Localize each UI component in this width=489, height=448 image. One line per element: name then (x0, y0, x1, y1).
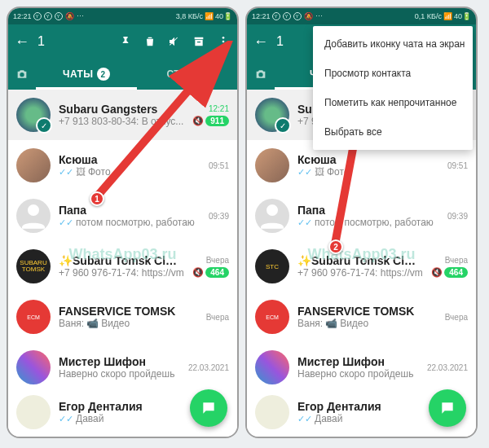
tab-camera[interactable] (247, 59, 275, 90)
chat-time: Вчера (206, 313, 229, 322)
avatar[interactable]: STC (255, 249, 289, 283)
annotation-arrow (90, 41, 236, 204)
status-bar: 12:21 YYY🔕⋯ 0,1 КБ/с 📶 40🔋 (247, 8, 476, 24)
signal-icon: 📶 (443, 12, 452, 20)
chat-time: 22.03.2021 (188, 363, 229, 372)
tick-icon: ✓✓ (59, 217, 73, 228)
avatar[interactable] (255, 98, 289, 132)
chat-name: ✨Subaru Tomsk Club✨ (59, 254, 184, 267)
svg-point-6 (267, 204, 278, 216)
net-speed: 3,8 КБ/с (176, 12, 203, 20)
avatar[interactable] (255, 148, 289, 182)
chat-name: Папа (59, 204, 200, 217)
avatar[interactable] (16, 350, 51, 384)
chat-row[interactable]: ECM FANSERVICE TOMSK Ваня: 📹Видео Вчера (8, 292, 237, 342)
net-speed: 0,1 КБ/с (415, 12, 442, 20)
new-chat-fab[interactable] (429, 389, 466, 427)
menu-add-shortcut[interactable]: Добавить иконку чата на экран (313, 29, 473, 59)
photo-icon: 🖼 (76, 166, 86, 178)
chat-time: 09:39 (209, 212, 229, 221)
avatar[interactable]: SUBARUTOMSK (16, 249, 51, 283)
marker-2: 2 (328, 239, 343, 254)
back-icon[interactable]: ← (252, 33, 270, 51)
marker-1: 1 (90, 191, 104, 206)
chat-msg: Ваня: 📹Видео (59, 318, 198, 329)
signal-icon: 📶 (205, 12, 214, 20)
avatar[interactable] (16, 98, 51, 132)
tick-icon: ✓✓ (59, 414, 73, 424)
avatar[interactable] (16, 148, 51, 182)
battery-icon: 40🔋 (215, 12, 232, 20)
avatar[interactable] (16, 395, 51, 429)
avatar[interactable] (16, 199, 51, 233)
chat-name: FANSERVICE TOMSK (59, 305, 198, 318)
status-time: 12:21 (252, 12, 271, 20)
chat-row[interactable]: Мистер Шифон Наверно скоро пройдешь 22.0… (8, 342, 237, 393)
menu-mark-unread[interactable]: Пометить как непрочитанное (313, 88, 473, 117)
battery-icon: 40🔋 (454, 12, 471, 20)
phone-left: 12:21 YYY 🔕⋯ 3,8 КБ/с 📶 40🔋 ← 1 ЧАТЫ 2 С… (7, 7, 239, 438)
avatar[interactable] (255, 350, 289, 384)
selected-count: 1 (37, 34, 45, 49)
avatar[interactable]: ECM (255, 300, 289, 334)
chat-row[interactable]: ECM FANSERVICE TOMSK Ваня: 📹Видео Вчера (247, 292, 476, 342)
chat-msg: +7 960 976-71-74: https://vm... (59, 267, 184, 279)
avatar[interactable] (255, 199, 289, 233)
video-icon: 📹 (86, 318, 99, 329)
new-chat-fab[interactable] (190, 389, 227, 427)
chat-row[interactable]: SUBARUTOMSK ✨Subaru Tomsk Club✨ +7 960 9… (8, 241, 237, 292)
status-bar: 12:21 YYY 🔕⋯ 3,8 КБ/с 📶 40🔋 (8, 8, 237, 24)
context-menu: Добавить иконку чата на экран Просмотр к… (313, 26, 473, 150)
chat-row[interactable]: Мистер Шифон Наверно скоро пройдешь 22.0… (247, 342, 476, 393)
selected-count: 1 (276, 34, 284, 49)
unread-badge: 464 (205, 267, 229, 278)
phone-right: 12:21 YYY🔕⋯ 0,1 КБ/с 📶 40🔋 ← 1 ЧАТЫ Suba… (245, 7, 478, 438)
chat-msg: ✓✓потом посмотрю, работаю (59, 217, 200, 228)
chat-name: Мистер Шифон (59, 355, 180, 368)
avatar[interactable] (255, 395, 289, 429)
tab-camera[interactable] (8, 59, 36, 90)
chat-msg: Наверно скоро пройдешь (59, 368, 180, 380)
menu-select-all[interactable]: Выбрать все (313, 117, 473, 147)
tab-chats-label: ЧАТЫ (63, 68, 94, 80)
svg-line-5 (98, 49, 224, 195)
tick-icon: ✓✓ (59, 167, 73, 178)
avatar[interactable]: ECM (16, 300, 51, 334)
muted-icon: 🔇 (192, 267, 204, 277)
svg-point-3 (28, 204, 39, 216)
chat-time: Вчера (206, 256, 229, 265)
status-left-icons: YYY 🔕⋯ (33, 12, 84, 20)
status-time: 12:21 (13, 12, 32, 20)
back-icon[interactable]: ← (13, 33, 31, 51)
menu-view-contact[interactable]: Просмотр контакта (313, 59, 473, 88)
svg-point-0 (222, 37, 225, 39)
